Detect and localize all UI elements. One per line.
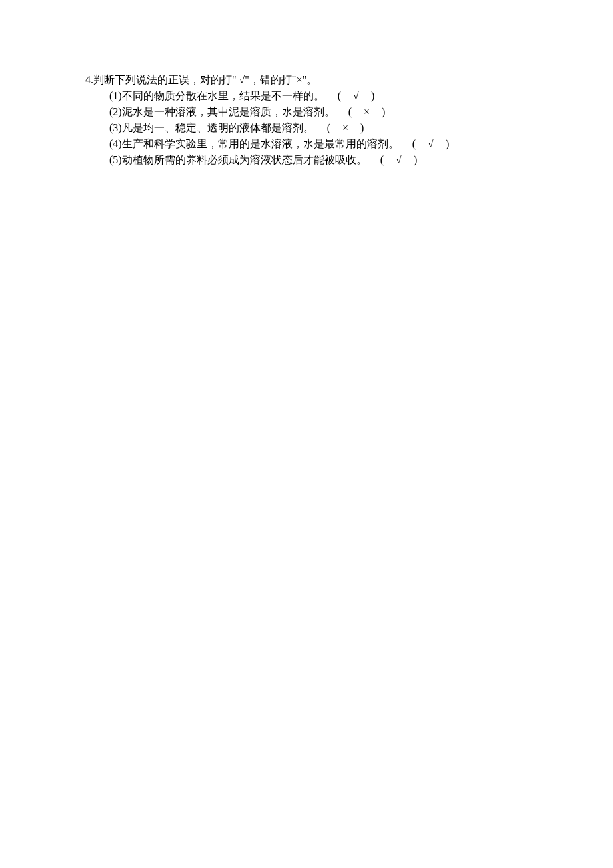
list-item: (4) 生产和科学实验里，常用的是水溶液，水是最常用的溶剂。 ( √ ) [109, 136, 613, 152]
item-statement: 生产和科学实验里，常用的是水溶液，水是最常用的溶剂。 [122, 136, 399, 152]
paren-open: ( [327, 122, 331, 133]
paren-close: ) [371, 90, 375, 101]
paren-close: ) [382, 106, 386, 117]
question-header: 4. 判断下列说法的正误，对的打" √"，错的打"×"。 [85, 72, 613, 88]
paren-open: ( [338, 90, 342, 101]
answer-paren: ( × ) [348, 104, 386, 120]
item-label: (5) [109, 152, 122, 168]
answer-mark: √ [423, 136, 439, 152]
item-statement: 不同的物质分散在水里，结果是不一样的。 [122, 88, 324, 104]
answer-mark: × [359, 104, 375, 120]
answer-paren: ( √ ) [380, 152, 418, 168]
question-number: 4. [85, 72, 93, 88]
item-statement: 凡是均一、稳定、透明的液体都是溶剂。 [122, 120, 314, 136]
answer-mark: √ [391, 152, 407, 168]
item-statement: 泥水是一种溶液，其中泥是溶质，水是溶剂。 [122, 104, 335, 120]
answer-paren: ( √ ) [412, 136, 450, 152]
answer-paren: ( × ) [327, 120, 365, 136]
paren-open: ( [380, 154, 384, 165]
item-label: (4) [109, 136, 122, 152]
paren-open: ( [412, 138, 416, 149]
list-item: (2) 泥水是一种溶液，其中泥是溶质，水是溶剂。 ( × ) [109, 104, 613, 120]
question-block: 4. 判断下列说法的正误，对的打" √"，错的打"×"。 (1) 不同的物质分散… [85, 72, 613, 168]
item-label: (3) [109, 120, 122, 136]
answer-mark: √ [348, 88, 364, 104]
question-prompt: 判断下列说法的正误，对的打" √"，错的打"×"。 [93, 72, 317, 88]
paren-close: ) [446, 138, 450, 149]
paren-open: ( [348, 106, 352, 117]
item-label: (2) [109, 104, 122, 120]
items-list: (1) 不同的物质分散在水里，结果是不一样的。 ( √ ) (2) 泥水是一种溶… [85, 88, 613, 168]
answer-paren: ( √ ) [338, 88, 376, 104]
list-item: (1) 不同的物质分散在水里，结果是不一样的。 ( √ ) [109, 88, 613, 104]
list-item: (3) 凡是均一、稳定、透明的液体都是溶剂。 ( × ) [109, 120, 613, 136]
answer-mark: × [338, 120, 354, 136]
paren-close: ) [414, 154, 418, 165]
item-statement: 动植物所需的养料必须成为溶液状态后才能被吸收。 [122, 152, 367, 168]
list-item: (5) 动植物所需的养料必须成为溶液状态后才能被吸收。 ( √ ) [109, 152, 613, 168]
item-label: (1) [109, 88, 122, 104]
paren-close: ) [360, 122, 364, 133]
